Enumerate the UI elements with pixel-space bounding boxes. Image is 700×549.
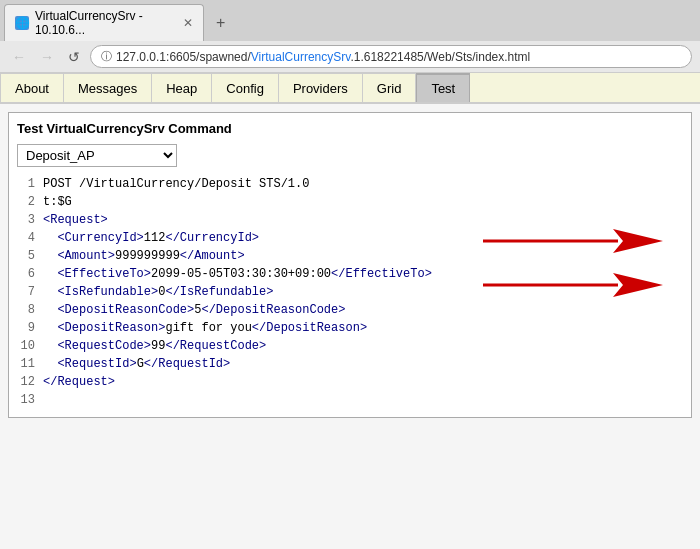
code-wrapper: 1POST /VirtualCurrency/Deposit STS/1.0 2…	[17, 175, 683, 409]
nav-item-config[interactable]: Config	[212, 73, 279, 102]
code-area: 1POST /VirtualCurrency/Deposit STS/1.0 2…	[17, 175, 683, 409]
tab-favicon: 🌐	[15, 16, 29, 30]
address-text: 127.0.0.1:6605/spawned/VirtualCurrencySr…	[116, 50, 530, 64]
code-line-9: 9 <DepositReason>gift for you</DepositRe…	[17, 319, 683, 337]
code-line-4: 4 <CurrencyId>112</CurrencyId>	[17, 229, 683, 247]
browser-chrome: 🌐 VirtualCurrencySrv - 10.10.6... ✕ + ← …	[0, 0, 700, 73]
address-bar-row: ← → ↺ ⓘ 127.0.0.1:6605/spawned/VirtualCu…	[0, 41, 700, 72]
tab-bar: 🌐 VirtualCurrencySrv - 10.10.6... ✕ +	[0, 0, 700, 41]
refresh-button[interactable]: ↺	[64, 47, 84, 67]
nav-item-messages[interactable]: Messages	[64, 73, 152, 102]
code-line-1: 1POST /VirtualCurrency/Deposit STS/1.0	[17, 175, 683, 193]
code-line-5: 5 <Amount>999999999</Amount>	[17, 247, 683, 265]
code-line-13: 13	[17, 391, 683, 409]
browser-tab[interactable]: 🌐 VirtualCurrencySrv - 10.10.6... ✕	[4, 4, 204, 41]
command-select-row: Deposit_AP Withdraw_AP Balance List	[17, 144, 683, 167]
nav-item-test[interactable]: Test	[416, 73, 470, 102]
code-line-12: 12</Request>	[17, 373, 683, 391]
address-bar[interactable]: ⓘ 127.0.0.1:6605/spawned/VirtualCurrency…	[90, 45, 692, 68]
address-highlight: VirtualCurrencySrv	[251, 50, 351, 64]
new-tab-button[interactable]: +	[210, 12, 231, 34]
back-button[interactable]: ←	[8, 47, 30, 67]
nav-item-about[interactable]: About	[0, 73, 64, 102]
nav-item-heap[interactable]: Heap	[152, 73, 212, 102]
command-dropdown[interactable]: Deposit_AP Withdraw_AP Balance List	[17, 144, 177, 167]
panel-title: Test VirtualCurrencySrv Command	[17, 121, 683, 136]
app-nav: About Messages Heap Config Providers Gri…	[0, 73, 700, 104]
nav-item-providers[interactable]: Providers	[279, 73, 363, 102]
code-line-11: 11 <RequestId>G</RequestId>	[17, 355, 683, 373]
code-line-6: 6 <EffectiveTo>2099-05-05T03:30:30+09:00…	[17, 265, 683, 283]
code-line-2: 2t:$G	[17, 193, 683, 211]
code-line-3: 3<Request>	[17, 211, 683, 229]
nav-item-grid[interactable]: Grid	[363, 73, 417, 102]
main-content: Test VirtualCurrencySrv Command Deposit_…	[0, 104, 700, 549]
code-line-8: 8 <DepositReasonCode>5</DepositReasonCod…	[17, 301, 683, 319]
tab-title: VirtualCurrencySrv - 10.10.6...	[35, 9, 177, 37]
command-panel: Test VirtualCurrencySrv Command Deposit_…	[8, 112, 692, 418]
tab-close-button[interactable]: ✕	[183, 16, 193, 30]
secure-icon: ⓘ	[101, 49, 112, 64]
code-line-10: 10 <RequestCode>99</RequestCode>	[17, 337, 683, 355]
forward-button[interactable]: →	[36, 47, 58, 67]
code-line-7: 7 <IsRefundable>0</IsRefundable>	[17, 283, 683, 301]
